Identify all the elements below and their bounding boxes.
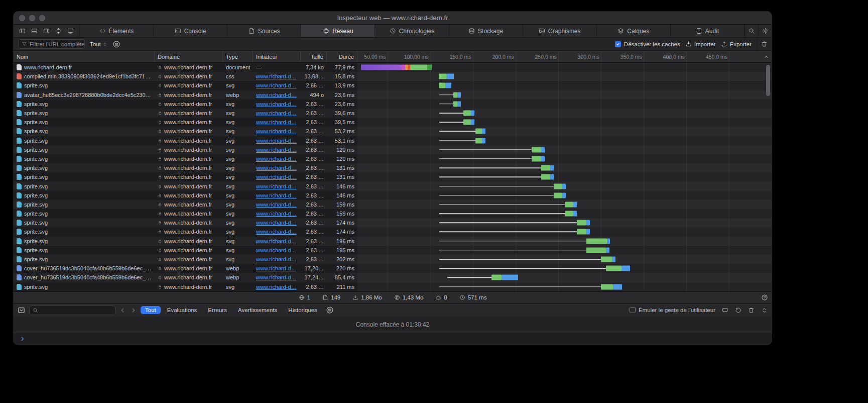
tab-layers[interactable]: Calques — [597, 25, 671, 37]
zoom-button[interactable] — [39, 15, 45, 21]
clear-network-icon[interactable] — [761, 41, 768, 47]
next-result-icon[interactable] — [130, 307, 137, 314]
request-row[interactable]: avatar_hu85ecc3e298728880b0bde2dcc4e5c23… — [14, 90, 772, 99]
initiator-link[interactable]: www.richard-d… — [256, 101, 297, 107]
request-row[interactable]: sprite.svgwww.richard-dern.frsvgwww.rich… — [14, 218, 772, 227]
request-row[interactable]: sprite.svgwww.richard-dern.frsvgwww.rich… — [14, 246, 772, 255]
search-icon[interactable] — [749, 28, 755, 34]
request-row[interactable]: sprite.svgwww.richard-dern.frsvgwww.rich… — [14, 255, 772, 264]
initiator-link[interactable]: www.richard-d… — [256, 238, 297, 244]
column-header-duration[interactable]: Durée — [327, 51, 357, 62]
initiator-link[interactable]: www.richard-d… — [256, 156, 297, 162]
initiator-link[interactable]: www.richard-d… — [256, 247, 297, 253]
emulate-user-gesture-checkbox-box[interactable] — [630, 307, 636, 313]
initiator-link[interactable]: www.richard-d… — [256, 284, 297, 290]
initiator-link[interactable]: www.richard-d… — [256, 110, 297, 116]
tab-sources[interactable]: Sources — [227, 25, 301, 37]
initiator-link[interactable]: www.richard-d… — [256, 92, 297, 98]
request-row[interactable]: compiled.min.38390909f303624ed9e1cf1bd3f… — [14, 72, 772, 81]
request-row[interactable]: sprite.svgwww.richard-dern.frsvgwww.rich… — [14, 136, 772, 145]
tab-timelines[interactable]: Chronologies — [375, 25, 449, 37]
initiator-link[interactable]: www.richard-d… — [256, 211, 297, 217]
initiator-link[interactable]: www.richard-d… — [256, 274, 297, 280]
history-icon[interactable] — [735, 307, 741, 314]
console-scope-tout[interactable]: Tout — [141, 306, 161, 314]
request-row[interactable]: sprite.svgwww.richard-dern.frsvgwww.rich… — [14, 127, 772, 136]
help-icon[interactable] — [761, 294, 768, 301]
console-scope-avertissements[interactable]: Avertissements — [233, 306, 282, 314]
request-row[interactable]: sprite.svgwww.richard-dern.frsvgwww.rich… — [14, 172, 772, 181]
request-row[interactable]: cover_hu736519dc3b5040cfa48b6b559b6de6ec… — [14, 264, 772, 273]
column-header-domain[interactable]: Domaine — [155, 51, 223, 62]
tab-console[interactable]: Console — [154, 25, 227, 37]
scrollbar[interactable] — [766, 65, 770, 96]
request-row[interactable]: sprite.svgwww.richard-dern.frsvgwww.rich… — [14, 145, 772, 154]
tab-elements[interactable]: Éléments — [80, 25, 154, 37]
disable-caches-checkbox-box[interactable] — [615, 41, 621, 47]
request-row[interactable]: sprite.svgwww.richard-dern.frsvgwww.rich… — [14, 81, 772, 90]
tab-network[interactable]: Réseau — [301, 25, 375, 37]
minimize-button[interactable] — [29, 15, 35, 21]
initiator-link[interactable]: www.richard-d… — [256, 256, 297, 262]
disable-caches-checkbox[interactable]: Désactiver les caches — [615, 41, 680, 47]
initiator-link[interactable]: www.richard-d… — [256, 119, 297, 125]
initiator-link[interactable]: www.richard-d… — [256, 165, 297, 171]
console-scope-évaluations[interactable]: Évaluations — [163, 306, 201, 314]
gear-icon[interactable] — [762, 28, 769, 34]
initiator-link[interactable]: www.richard-d… — [256, 82, 297, 88]
column-header-type[interactable]: Type — [223, 51, 253, 62]
request-row[interactable]: sprite.svgwww.richard-dern.frsvgwww.rich… — [14, 154, 772, 163]
titlebar[interactable]: Inspecteur web — www.richard-dern.fr — [14, 12, 772, 25]
scroll-top-icon[interactable] — [764, 54, 769, 59]
request-row[interactable]: sprite.svgwww.richard-dern.frsvgwww.rich… — [14, 227, 772, 236]
initiator-link[interactable]: www.richard-d… — [256, 265, 297, 271]
request-row[interactable]: sprite.svgwww.richard-dern.frsvgwww.rich… — [14, 163, 772, 172]
dock-right-icon[interactable] — [43, 28, 50, 34]
close-button[interactable] — [19, 15, 25, 21]
filter-options-icon[interactable] — [112, 40, 120, 48]
console-prompt[interactable] — [14, 333, 772, 345]
tab-audit[interactable]: Audit — [671, 25, 745, 37]
console-options-icon[interactable] — [326, 306, 334, 314]
initiator-link[interactable]: www.richard-d… — [256, 147, 297, 153]
initiator-link[interactable]: www.richard-d… — [256, 201, 297, 208]
initiator-link[interactable]: www.richard-d… — [256, 128, 297, 134]
console-messages-icon[interactable] — [722, 307, 728, 314]
initiator-link[interactable]: www.richard-d… — [256, 138, 297, 144]
device-icon[interactable] — [67, 28, 74, 34]
console-panel-icon[interactable] — [18, 307, 25, 314]
request-row[interactable]: sprite.svgwww.richard-dern.frsvgwww.rich… — [14, 181, 772, 190]
initiator-link[interactable]: www.richard-d… — [256, 174, 297, 180]
request-row[interactable]: www.richard-dern.frwww.richard-dern.frdo… — [14, 63, 772, 72]
request-row[interactable]: sprite.svgwww.richard-dern.frsvgwww.rich… — [14, 99, 772, 109]
request-row[interactable]: sprite.svgwww.richard-dern.frsvgwww.rich… — [14, 118, 772, 127]
clear-console-icon[interactable] — [748, 307, 755, 314]
dock-bottom-icon[interactable] — [31, 28, 38, 34]
column-header-name[interactable]: Nom — [14, 51, 155, 62]
tab-graphics[interactable]: Graphismes — [523, 25, 597, 37]
console-scope-erreurs[interactable]: Erreurs — [203, 306, 231, 314]
previous-result-icon[interactable] — [119, 307, 126, 314]
initiator-link[interactable]: www.richard-d… — [256, 73, 297, 79]
request-row[interactable]: sprite.svgwww.richard-dern.frsvgwww.rich… — [14, 237, 772, 246]
request-row[interactable]: sprite.svgwww.richard-dern.frsvgwww.rich… — [14, 191, 772, 200]
console-search-input[interactable] — [29, 306, 115, 315]
column-header-initiator[interactable]: Initiateur — [253, 51, 301, 62]
export-button[interactable]: Exporter — [721, 41, 752, 47]
tab-storage[interactable]: Stockage — [449, 25, 523, 37]
collapse-console-icon[interactable] — [761, 307, 768, 314]
request-row[interactable]: cover_hu736519dc3b5040cfa48b6b559b6de6ec… — [14, 273, 772, 282]
request-row[interactable]: sprite.svgwww.richard-dern.frsvgwww.rich… — [14, 209, 772, 218]
column-header-size[interactable]: Taille — [301, 51, 327, 62]
initiator-link[interactable]: www.richard-d… — [256, 220, 297, 226]
element-picker-icon[interactable] — [55, 28, 62, 34]
initiator-link[interactable]: www.richard-d… — [256, 183, 297, 189]
console-scope-historiques[interactable]: Historiques — [284, 306, 322, 314]
request-row[interactable]: sprite.svgwww.richard-dern.frsvgwww.rich… — [14, 109, 772, 118]
emulate-user-gesture-checkbox[interactable]: Émuler le geste de l'utilisateur — [630, 307, 715, 313]
url-filter-input[interactable]: Filtrer l'URL complète — [18, 39, 85, 49]
initiator-link[interactable]: www.richard-d… — [256, 229, 297, 235]
request-row[interactable]: sprite.svgwww.richard-dern.frsvgwww.rich… — [14, 200, 772, 209]
resource-type-select[interactable]: Tout — [90, 41, 107, 47]
initiator-link[interactable]: www.richard-d… — [256, 192, 297, 198]
